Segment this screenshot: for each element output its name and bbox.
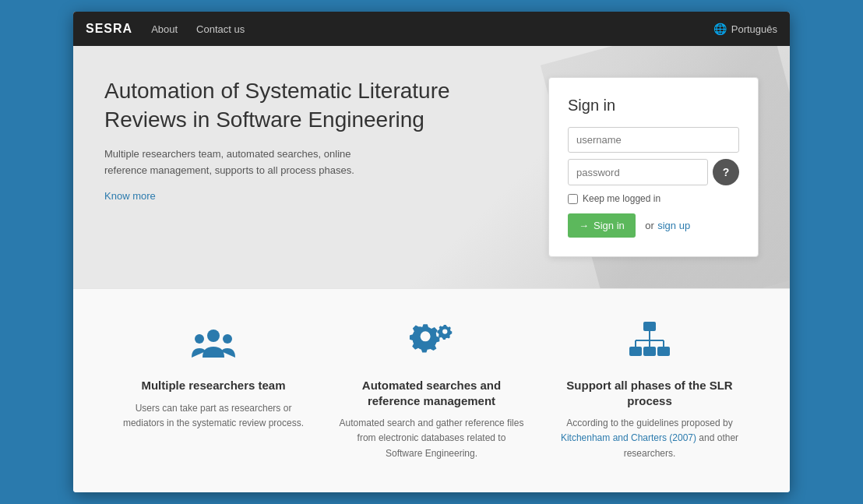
or-text: or	[645, 220, 654, 231]
signup-link[interactable]: sign up	[657, 220, 690, 231]
feature-gears-desc: Automated search and gather reference fi…	[338, 416, 525, 461]
svg-rect-9	[629, 347, 642, 356]
feature-hierarchy-title: Support all phases of the SLR process	[556, 378, 743, 408]
feature-hierarchy-desc: According to the guidelines proposed by …	[556, 416, 743, 461]
language-label: Português	[731, 23, 777, 35]
hero-subtitle: Multiple researchers team, automated sea…	[104, 146, 385, 179]
globe-icon: 🌐	[713, 23, 727, 35]
password-input[interactable]	[568, 159, 708, 185]
features-section: Multiple researchers team Users can take…	[73, 288, 790, 492]
signin-actions: → Sign in or sign up	[568, 213, 739, 238]
signin-card: Sign in ? Keep me logged in → Sign in or…	[548, 77, 759, 257]
hero-section: Automation of Systematic Literature Revi…	[73, 46, 790, 288]
password-help-button[interactable]: ?	[713, 159, 739, 185]
about-link[interactable]: About	[151, 23, 178, 35]
feature-team-title: Multiple researchers team	[120, 378, 307, 393]
svg-rect-3	[643, 322, 656, 331]
hero-content: Automation of Systematic Literature Revi…	[104, 77, 517, 202]
language-selector[interactable]: 🌐 Português	[713, 23, 777, 35]
keep-logged-checkbox[interactable]	[568, 194, 578, 204]
brand-logo: SESRA	[86, 22, 132, 36]
navbar-left: SESRA About Contact us	[86, 22, 245, 36]
keep-logged-row: Keep me logged in	[568, 193, 739, 204]
username-input[interactable]	[568, 127, 739, 153]
navbar: SESRA About Contact us 🌐 Português	[73, 12, 790, 46]
team-icon	[120, 320, 307, 367]
svg-rect-10	[643, 347, 656, 356]
kitchenham-link[interactable]: Kitchenham and Charters (2007)	[561, 432, 696, 443]
browser-window: SESRA About Contact us 🌐 Português Autom…	[73, 12, 790, 492]
keep-logged-label: Keep me logged in	[583, 193, 660, 204]
password-row: ?	[568, 159, 739, 185]
svg-point-2	[223, 334, 232, 344]
know-more-link[interactable]: Know more	[104, 190, 156, 202]
feature-team-desc: Users can take part as researchers or me…	[120, 401, 307, 431]
feature-hierarchy: Support all phases of the SLR process Ac…	[541, 320, 759, 461]
feature-gears-title: Automated searches and reference managem…	[338, 378, 525, 408]
feature-gears: Automated searches and reference managem…	[322, 320, 541, 461]
svg-point-1	[195, 334, 204, 344]
feature-team: Multiple researchers team Users can take…	[104, 320, 322, 461]
signin-button-label: Sign in	[594, 220, 625, 231]
svg-rect-11	[657, 347, 670, 356]
hierarchy-icon	[556, 320, 743, 367]
contact-link[interactable]: Contact us	[196, 23, 245, 35]
svg-point-0	[207, 330, 220, 342]
hero-title: Automation of Systematic Literature Revi…	[104, 77, 517, 134]
gears-icon	[338, 320, 525, 367]
signin-button[interactable]: → Sign in	[568, 213, 636, 238]
signin-title: Sign in	[568, 97, 739, 115]
signin-arrow-icon: →	[579, 220, 589, 231]
